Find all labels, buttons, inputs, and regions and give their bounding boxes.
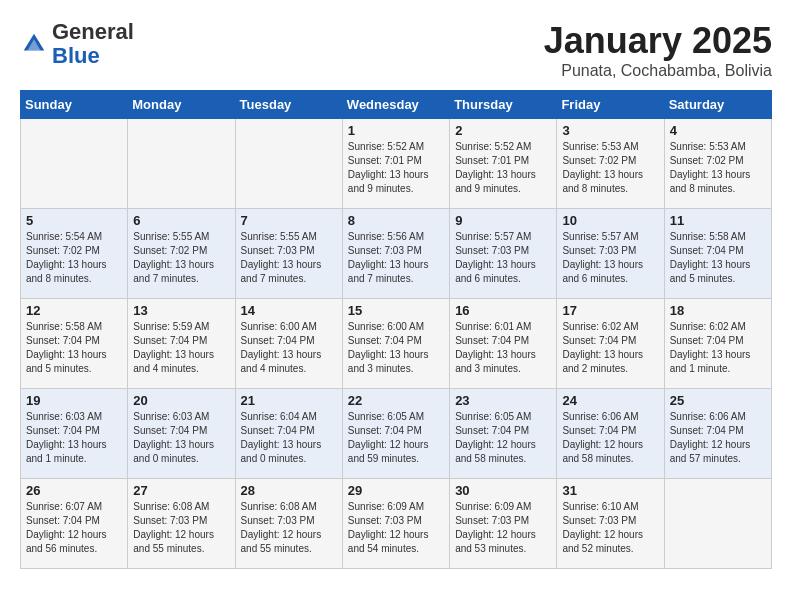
weekday-header-row: SundayMondayTuesdayWednesdayThursdayFrid… (21, 91, 772, 119)
day-info: Sunrise: 5:58 AM Sunset: 7:04 PM Dayligh… (670, 230, 766, 286)
calendar-cell: 13Sunrise: 5:59 AM Sunset: 7:04 PM Dayli… (128, 299, 235, 389)
day-info: Sunrise: 5:56 AM Sunset: 7:03 PM Dayligh… (348, 230, 444, 286)
calendar-cell: 17Sunrise: 6:02 AM Sunset: 7:04 PM Dayli… (557, 299, 664, 389)
calendar-cell (664, 479, 771, 569)
day-info: Sunrise: 6:02 AM Sunset: 7:04 PM Dayligh… (562, 320, 658, 376)
day-info: Sunrise: 5:59 AM Sunset: 7:04 PM Dayligh… (133, 320, 229, 376)
calendar-week-5: 26Sunrise: 6:07 AM Sunset: 7:04 PM Dayli… (21, 479, 772, 569)
day-info: Sunrise: 6:00 AM Sunset: 7:04 PM Dayligh… (241, 320, 337, 376)
calendar-cell: 29Sunrise: 6:09 AM Sunset: 7:03 PM Dayli… (342, 479, 449, 569)
day-number: 2 (455, 123, 551, 138)
logo: General Blue (20, 20, 134, 68)
weekday-header-saturday: Saturday (664, 91, 771, 119)
day-info: Sunrise: 5:53 AM Sunset: 7:02 PM Dayligh… (670, 140, 766, 196)
day-number: 27 (133, 483, 229, 498)
day-number: 19 (26, 393, 122, 408)
day-info: Sunrise: 6:04 AM Sunset: 7:04 PM Dayligh… (241, 410, 337, 466)
calendar-week-4: 19Sunrise: 6:03 AM Sunset: 7:04 PM Dayli… (21, 389, 772, 479)
calendar-week-3: 12Sunrise: 5:58 AM Sunset: 7:04 PM Dayli… (21, 299, 772, 389)
day-number: 1 (348, 123, 444, 138)
calendar-cell: 22Sunrise: 6:05 AM Sunset: 7:04 PM Dayli… (342, 389, 449, 479)
day-number: 10 (562, 213, 658, 228)
day-info: Sunrise: 5:52 AM Sunset: 7:01 PM Dayligh… (455, 140, 551, 196)
day-info: Sunrise: 6:06 AM Sunset: 7:04 PM Dayligh… (562, 410, 658, 466)
day-info: Sunrise: 5:57 AM Sunset: 7:03 PM Dayligh… (455, 230, 551, 286)
day-number: 12 (26, 303, 122, 318)
day-number: 20 (133, 393, 229, 408)
day-info: Sunrise: 6:08 AM Sunset: 7:03 PM Dayligh… (241, 500, 337, 556)
day-number: 4 (670, 123, 766, 138)
calendar-table: SundayMondayTuesdayWednesdayThursdayFrid… (20, 90, 772, 569)
day-info: Sunrise: 6:01 AM Sunset: 7:04 PM Dayligh… (455, 320, 551, 376)
weekday-header-wednesday: Wednesday (342, 91, 449, 119)
day-number: 29 (348, 483, 444, 498)
day-info: Sunrise: 6:07 AM Sunset: 7:04 PM Dayligh… (26, 500, 122, 556)
day-number: 26 (26, 483, 122, 498)
location-text: Punata, Cochabamba, Bolivia (544, 62, 772, 80)
calendar-cell: 1Sunrise: 5:52 AM Sunset: 7:01 PM Daylig… (342, 119, 449, 209)
day-info: Sunrise: 6:10 AM Sunset: 7:03 PM Dayligh… (562, 500, 658, 556)
calendar-cell: 8Sunrise: 5:56 AM Sunset: 7:03 PM Daylig… (342, 209, 449, 299)
weekday-header-thursday: Thursday (450, 91, 557, 119)
weekday-header-friday: Friday (557, 91, 664, 119)
logo-blue-text: Blue (52, 43, 100, 68)
calendar-cell: 25Sunrise: 6:06 AM Sunset: 7:04 PM Dayli… (664, 389, 771, 479)
day-number: 11 (670, 213, 766, 228)
calendar-cell: 27Sunrise: 6:08 AM Sunset: 7:03 PM Dayli… (128, 479, 235, 569)
day-info: Sunrise: 6:06 AM Sunset: 7:04 PM Dayligh… (670, 410, 766, 466)
calendar-cell: 3Sunrise: 5:53 AM Sunset: 7:02 PM Daylig… (557, 119, 664, 209)
day-info: Sunrise: 6:08 AM Sunset: 7:03 PM Dayligh… (133, 500, 229, 556)
calendar-cell: 7Sunrise: 5:55 AM Sunset: 7:03 PM Daylig… (235, 209, 342, 299)
day-info: Sunrise: 6:05 AM Sunset: 7:04 PM Dayligh… (348, 410, 444, 466)
weekday-header-monday: Monday (128, 91, 235, 119)
calendar-cell: 31Sunrise: 6:10 AM Sunset: 7:03 PM Dayli… (557, 479, 664, 569)
day-number: 31 (562, 483, 658, 498)
day-number: 25 (670, 393, 766, 408)
day-number: 3 (562, 123, 658, 138)
title-block: January 2025 Punata, Cochabamba, Bolivia (544, 20, 772, 80)
day-info: Sunrise: 6:05 AM Sunset: 7:04 PM Dayligh… (455, 410, 551, 466)
logo-icon (20, 30, 48, 58)
calendar-cell (21, 119, 128, 209)
day-number: 15 (348, 303, 444, 318)
calendar-cell: 10Sunrise: 5:57 AM Sunset: 7:03 PM Dayli… (557, 209, 664, 299)
day-number: 22 (348, 393, 444, 408)
calendar-cell: 14Sunrise: 6:00 AM Sunset: 7:04 PM Dayli… (235, 299, 342, 389)
day-info: Sunrise: 6:02 AM Sunset: 7:04 PM Dayligh… (670, 320, 766, 376)
day-info: Sunrise: 5:54 AM Sunset: 7:02 PM Dayligh… (26, 230, 122, 286)
calendar-cell: 30Sunrise: 6:09 AM Sunset: 7:03 PM Dayli… (450, 479, 557, 569)
day-number: 8 (348, 213, 444, 228)
calendar-cell: 2Sunrise: 5:52 AM Sunset: 7:01 PM Daylig… (450, 119, 557, 209)
calendar-cell (128, 119, 235, 209)
logo-general-text: General (52, 19, 134, 44)
day-number: 17 (562, 303, 658, 318)
day-number: 7 (241, 213, 337, 228)
calendar-cell: 28Sunrise: 6:08 AM Sunset: 7:03 PM Dayli… (235, 479, 342, 569)
day-info: Sunrise: 5:55 AM Sunset: 7:02 PM Dayligh… (133, 230, 229, 286)
calendar-cell: 26Sunrise: 6:07 AM Sunset: 7:04 PM Dayli… (21, 479, 128, 569)
calendar-cell: 21Sunrise: 6:04 AM Sunset: 7:04 PM Dayli… (235, 389, 342, 479)
calendar-cell: 19Sunrise: 6:03 AM Sunset: 7:04 PM Dayli… (21, 389, 128, 479)
day-number: 14 (241, 303, 337, 318)
calendar-cell: 23Sunrise: 6:05 AM Sunset: 7:04 PM Dayli… (450, 389, 557, 479)
calendar-cell: 18Sunrise: 6:02 AM Sunset: 7:04 PM Dayli… (664, 299, 771, 389)
calendar-cell: 15Sunrise: 6:00 AM Sunset: 7:04 PM Dayli… (342, 299, 449, 389)
calendar-cell: 6Sunrise: 5:55 AM Sunset: 7:02 PM Daylig… (128, 209, 235, 299)
day-info: Sunrise: 5:53 AM Sunset: 7:02 PM Dayligh… (562, 140, 658, 196)
calendar-week-1: 1Sunrise: 5:52 AM Sunset: 7:01 PM Daylig… (21, 119, 772, 209)
calendar-cell: 20Sunrise: 6:03 AM Sunset: 7:04 PM Dayli… (128, 389, 235, 479)
calendar-week-2: 5Sunrise: 5:54 AM Sunset: 7:02 PM Daylig… (21, 209, 772, 299)
weekday-header-sunday: Sunday (21, 91, 128, 119)
day-number: 24 (562, 393, 658, 408)
day-number: 13 (133, 303, 229, 318)
day-info: Sunrise: 5:55 AM Sunset: 7:03 PM Dayligh… (241, 230, 337, 286)
calendar-cell: 9Sunrise: 5:57 AM Sunset: 7:03 PM Daylig… (450, 209, 557, 299)
calendar-cell: 5Sunrise: 5:54 AM Sunset: 7:02 PM Daylig… (21, 209, 128, 299)
day-number: 21 (241, 393, 337, 408)
day-info: Sunrise: 6:03 AM Sunset: 7:04 PM Dayligh… (133, 410, 229, 466)
day-number: 23 (455, 393, 551, 408)
day-info: Sunrise: 6:09 AM Sunset: 7:03 PM Dayligh… (348, 500, 444, 556)
calendar-cell: 12Sunrise: 5:58 AM Sunset: 7:04 PM Dayli… (21, 299, 128, 389)
calendar-cell: 11Sunrise: 5:58 AM Sunset: 7:04 PM Dayli… (664, 209, 771, 299)
day-info: Sunrise: 6:00 AM Sunset: 7:04 PM Dayligh… (348, 320, 444, 376)
